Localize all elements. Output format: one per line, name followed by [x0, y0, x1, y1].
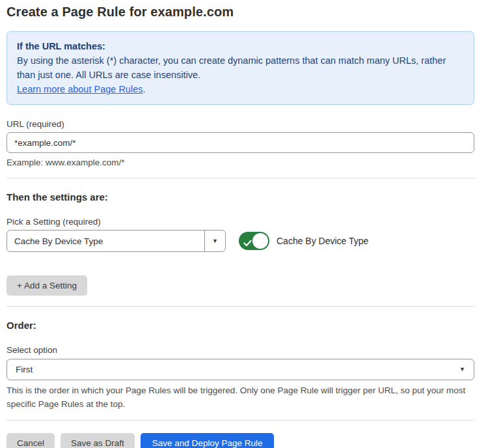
toggle-knob — [252, 233, 268, 249]
save-draft-button[interactable]: Save as Draft — [61, 433, 135, 448]
page-title: Create a Page Rule for example.com — [7, 5, 474, 20]
divider — [7, 306, 474, 307]
chevron-down-icon: ▼ — [459, 367, 465, 372]
setting-row: Cache By Device Type ▼ Cache By Device T… — [7, 230, 474, 252]
url-input[interactable] — [7, 132, 474, 153]
learn-more-link[interactable]: Learn more about Page Rules — [17, 84, 142, 94]
order-select-value: First — [16, 365, 33, 374]
order-heading: Order: — [7, 320, 474, 331]
link-suffix: . — [142, 84, 145, 94]
url-match-info-box: If the URL matches: By using the asteris… — [7, 31, 474, 105]
add-setting-button[interactable]: + Add a Setting — [7, 275, 87, 296]
setting-select[interactable]: Cache By Device Type ▼ — [7, 230, 226, 252]
info-box-body: By using the asterisk (*) character, you… — [17, 53, 464, 96]
pick-setting-label: Pick a Setting (required) — [7, 217, 474, 227]
info-box-body-text: By using the asterisk (*) character, you… — [17, 55, 446, 80]
order-help-text: This is the order in which your Page Rul… — [7, 384, 474, 411]
footer-button-row: Cancel Save as Draft Save and Deploy Pag… — [7, 433, 474, 448]
setting-select-value: Cache By Device Type — [7, 231, 204, 251]
chevron-down-icon: ▼ — [212, 238, 218, 244]
check-icon — [243, 238, 252, 249]
info-box-heading: If the URL matches: — [17, 39, 464, 53]
settings-heading: Then the settings are: — [7, 191, 474, 203]
setting-select-arrow-button[interactable]: ▼ — [204, 231, 225, 251]
toggle-label: Cache By Device Type — [277, 236, 368, 246]
divider — [7, 178, 474, 178]
divider — [7, 420, 474, 421]
cancel-button[interactable]: Cancel — [7, 433, 55, 448]
page-rule-form: Create a Page Rule for example.com If th… — [0, 0, 488, 448]
url-example-hint: Example: www.example.com/* — [7, 158, 474, 167]
url-label: URL (required) — [7, 119, 474, 129]
order-select-label: Select option — [7, 345, 474, 355]
order-select[interactable]: First ▼ — [7, 359, 474, 380]
save-deploy-button[interactable]: Save and Deploy Page Rule — [141, 433, 275, 448]
cache-setting-toggle[interactable] — [239, 232, 269, 250]
